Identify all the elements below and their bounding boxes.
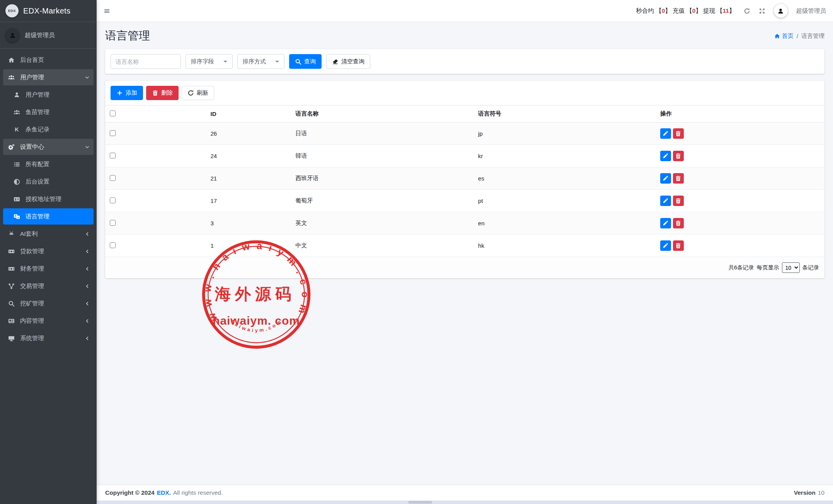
sidebar-item-dashboard[interactable]: 后台首页 [3,52,94,68]
main-area: 秒合约 【0】 充值 【0】 提现 【11】 超级管理员 语言管理 首页 / 语… [97,0,833,504]
sidebar-item-trade-management[interactable]: 交易管理 [3,278,94,294]
per-page-label: 每页显示 [757,264,779,271]
scrollbar-thumb[interactable] [408,501,432,504]
add-button[interactable]: 添加 [111,86,143,100]
sidebar-item-label: AI套利 [20,230,84,238]
cell-language-code: kr [474,145,656,167]
users-icon [12,109,22,116]
chevron-left-icon [84,284,90,289]
stat-提现[interactable]: 提现 【11】 [703,7,735,15]
fullscreen-icon[interactable] [759,8,765,14]
sidebar-item-system-management[interactable]: 系统管理 [3,330,94,346]
clear-search-button[interactable]: 清空查询 [326,54,370,69]
edit-row-button[interactable] [660,196,671,206]
delete-row-button[interactable] [673,218,684,228]
menu-toggle-icon[interactable] [104,8,110,14]
sidebar-item-ai-arbitrage[interactable]: AI套利 [3,226,94,242]
delete-row-button[interactable] [673,240,684,251]
edit-row-button[interactable] [660,218,671,228]
sidebar-item-loan-management[interactable]: 贷款管理 [3,243,94,259]
pencil-icon [662,175,669,182]
breadcrumb-separator: / [797,33,798,39]
sitemap-icon [6,283,16,289]
sidebar-item-auth-address-management[interactable]: 授权地址管理 [3,191,94,207]
refresh-button[interactable]: 刷新 [182,86,214,100]
chevron-down-icon [84,145,90,150]
row-checkbox[interactable] [110,242,116,248]
plus-icon [116,90,123,96]
row-checkbox[interactable] [110,153,116,158]
delete-row-button[interactable] [673,173,684,184]
copyright-text: Copyright © 2024 [105,489,155,496]
breadcrumb-current: 语言管理 [801,32,824,40]
stat-秒合约[interactable]: 秒合约 【0】 [636,7,671,15]
sidebar-item-label: 交易管理 [20,282,84,290]
list-icon [12,161,22,168]
record-count: 共6条记录 [728,264,754,271]
per-page-select[interactable]: 10 [782,262,800,273]
col-header-actions: 操作 [656,106,824,123]
sidebar-item-settings-center[interactable]: 设置中心 [3,139,94,155]
sidebar-item-backend-settings[interactable]: 后台设置 [3,174,94,190]
navbar-username[interactable]: 超级管理员 [796,7,826,15]
row-checkbox[interactable] [110,220,116,226]
breadcrumb-home[interactable]: 首页 [774,32,794,40]
sort-field-select[interactable]: 排序字段 [186,54,233,69]
sidebar-item-content-management[interactable]: 内容管理 [3,313,94,329]
sidebar-item-fry-management[interactable]: 鱼苗管理 [3,104,94,120]
edit-row-button[interactable] [660,151,671,161]
sidebar-item-label: 设置中心 [20,143,84,151]
row-checkbox[interactable] [110,175,116,181]
sidebar-item-user-admin[interactable]: 用户管理 [3,87,94,103]
cell-language-code: pt [474,190,656,212]
edit-row-button[interactable] [660,128,671,139]
home-icon [6,57,16,63]
delete-row-button[interactable] [673,128,684,139]
sidebar-item-language-management[interactable]: Az语言管理 [3,208,94,225]
edit-row-button[interactable] [660,240,671,251]
pencil-icon [662,198,669,204]
footer-brand-link[interactable]: EDX. [157,489,171,496]
table-card: 添加 删除 刷新 ID 语言名称 语言符号 [105,81,824,278]
chevron-down-icon [84,75,90,80]
trash-icon [675,242,681,249]
stat-充值[interactable]: 充值 【0】 [673,7,702,15]
sidebar-nav: 后台首页用户管理用户管理鱼苗管理K杀鱼记录设置中心所有配置后台设置授权地址管理A… [0,49,97,504]
delete-button[interactable]: 删除 [146,86,179,100]
user-avatar-icon[interactable] [5,28,19,42]
delete-row-button[interactable] [673,196,684,206]
navbar-avatar[interactable] [774,4,788,18]
col-header-id: ID [206,106,291,123]
search-icon [6,300,16,307]
row-checkbox[interactable] [110,130,116,136]
sidebar-item-user-management[interactable]: 用户管理 [3,69,94,85]
add-button-label: 添加 [126,89,137,97]
horizontal-scrollbar[interactable] [97,501,833,504]
table-toolbar: 添加 删除 刷新 [105,81,824,105]
chevron-left-icon [84,336,90,341]
sidebar-username[interactable]: 超级管理员 [25,31,55,39]
sidebar-item-mining-management[interactable]: 挖矿管理 [3,295,94,312]
row-checkbox[interactable] [110,198,116,203]
table-row: 17葡萄牙pt [105,190,824,212]
cell-id: 24 [206,145,291,167]
brand[interactable]: EDX EDX-Markets [0,0,97,22]
cell-language-code: en [474,212,656,235]
delete-row-button[interactable] [673,151,684,161]
breadcrumb: 首页 / 语言管理 [774,32,824,40]
sort-order-select[interactable]: 排序方式 [237,54,284,69]
sidebar-item-finance-management[interactable]: 财务管理 [3,261,94,277]
sidebar-item-label: 语言管理 [26,213,90,221]
refresh-icon[interactable] [744,8,750,14]
sidebar-item-kill-fish-records[interactable]: K杀鱼记录 [3,121,94,138]
page-title: 语言管理 [105,28,150,44]
select-all-checkbox[interactable] [110,111,116,116]
edit-row-button[interactable] [660,173,671,184]
svg-text:K: K [15,126,19,133]
cell-language-name: 英文 [291,212,474,235]
brand-name: EDX-Markets [23,7,70,15]
language-name-input[interactable] [111,54,181,69]
search-button[interactable]: 查询 [289,54,322,69]
sidebar-item-all-config[interactable]: 所有配置 [3,156,94,172]
sidebar-item-label: 杀鱼记录 [26,126,90,134]
